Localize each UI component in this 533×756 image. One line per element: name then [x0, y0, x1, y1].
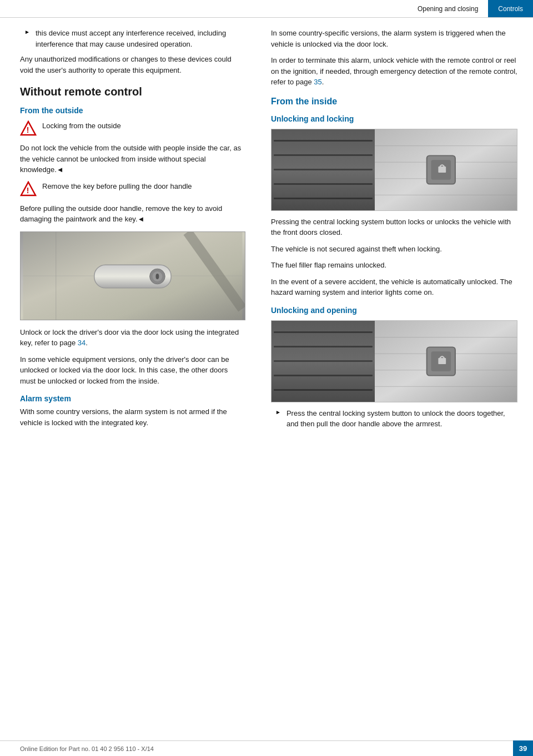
- groove-5: [274, 198, 373, 199]
- alarm-text-right-1: In some country-specific versions, the a…: [271, 28, 517, 49]
- page-number: 39: [513, 740, 533, 756]
- bullet-icon-opening: ►: [275, 409, 281, 430]
- alarm-link[interactable]: 35: [314, 78, 321, 86]
- caption-1: Unlock or lock the driver's door via the…: [20, 327, 245, 349]
- panel-right-2: [375, 321, 517, 402]
- caption-2: In some vehicle equipment versions, only…: [20, 354, 245, 387]
- bullet-icon-1: ►: [24, 29, 30, 49]
- bullet-text-1: this device must accept any interference…: [36, 28, 245, 49]
- page-header: Opening and closing Controls: [0, 0, 533, 18]
- groove-4: [274, 183, 373, 185]
- subsection-inside: From the inside: [271, 97, 517, 107]
- panel-grooves: [271, 129, 375, 210]
- header-nav: Opening and closing Controls: [408, 0, 533, 17]
- svg-text:!: !: [27, 125, 29, 134]
- warning-icon-2: !: [20, 181, 37, 198]
- groove-6: [274, 331, 373, 333]
- svg-point-10: [155, 274, 159, 279]
- warning-label-2: Remove the key before pulling the door h…: [42, 181, 192, 192]
- locking-text-2: The vehicle is not secured against theft…: [271, 244, 517, 255]
- locking-text-1: Pressing the central locking system butt…: [271, 216, 517, 238]
- bullet-text-opening: Press the central locking system button …: [286, 408, 517, 430]
- svg-rect-27: [438, 358, 446, 364]
- body-text-1: Any unauthorized modifications or change…: [20, 54, 245, 75]
- warning-body-1: Do not lock the vehicle from the outside…: [20, 143, 245, 175]
- panel-right: [375, 129, 517, 210]
- groove-7: [274, 346, 373, 347]
- right-column: In some country-specific versions, the a…: [261, 28, 533, 434]
- warning-box-1: ! Locking from the outside: [20, 120, 245, 137]
- svg-rect-19: [438, 167, 446, 173]
- warning-box-2: ! Remove the key before pulling the door…: [20, 181, 245, 198]
- opening-panel-image: [271, 320, 517, 402]
- page-footer: Online Edition for Part no. 01 40 2 956 …: [0, 740, 533, 756]
- footer-text: Online Edition for Part no. 01 40 2 956 …: [20, 745, 154, 752]
- alarm-text-right-2: In order to terminate this alarm, unlock…: [271, 55, 517, 88]
- warning-body-2: Before pulling the outside door handle, …: [20, 203, 245, 225]
- groove-1: [274, 140, 373, 142]
- alarm-text-left: With some country versions, the alarm sy…: [20, 406, 245, 428]
- subsection-unlocking-locking: Unlocking and locking: [271, 114, 517, 123]
- groove-3: [274, 169, 373, 170]
- groove-8: [274, 360, 373, 362]
- subsection-unlocking-opening: Unlocking and opening: [271, 306, 517, 315]
- nav-controls: Controls: [488, 0, 533, 17]
- nav-opening-closing: Opening and closing: [408, 0, 488, 17]
- bullet-item-1: ► this device must accept any interferen…: [20, 28, 245, 49]
- left-column: ► this device must accept any interferen…: [0, 28, 261, 434]
- page-content: ► this device must accept any interferen…: [0, 18, 533, 434]
- groove-10: [274, 389, 373, 391]
- locking-panel-image: [271, 129, 517, 211]
- caption-1-link[interactable]: 34: [78, 339, 86, 347]
- groove-2: [274, 154, 373, 156]
- groove-9: [274, 375, 373, 376]
- locking-text-3: The fuel filler flap remains unlocked.: [271, 260, 517, 271]
- bullet-opening: ► Press the central locking system butto…: [271, 408, 517, 430]
- warning-icon-1: !: [20, 120, 37, 137]
- subsection-outside: From the outside: [20, 106, 245, 115]
- subsection-alarm: Alarm system: [20, 394, 245, 403]
- door-handle-image: [20, 231, 245, 320]
- svg-text:!: !: [27, 186, 29, 195]
- panel-grooves-2: [271, 321, 375, 402]
- warning-label-1: Locking from the outside: [42, 120, 121, 132]
- locking-text-4: In the event of a severe accident, the v…: [271, 276, 517, 298]
- section-title-remote-control: Without remote control: [20, 85, 245, 98]
